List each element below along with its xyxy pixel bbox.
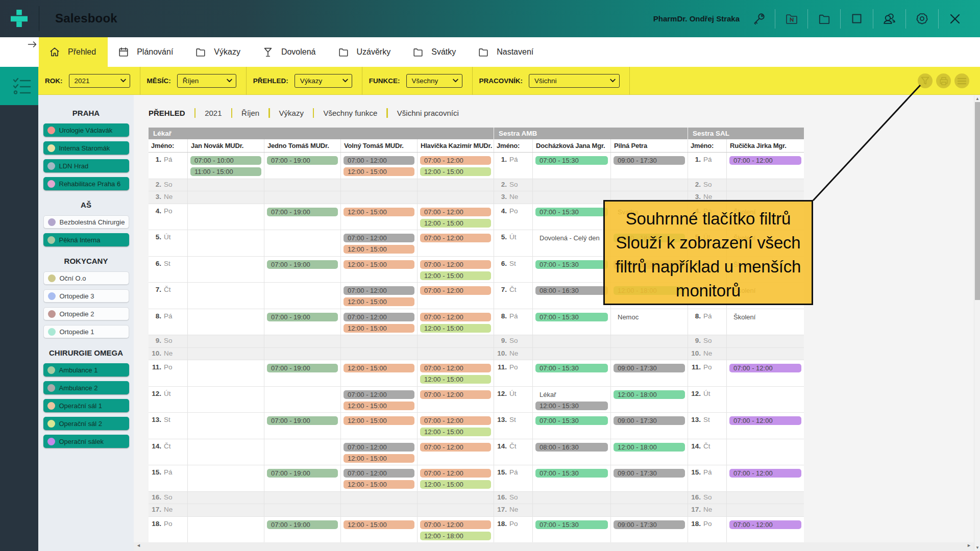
shift-pill[interactable]: 12:00 - 15:00 bbox=[344, 520, 414, 529]
shift-pill[interactable]: 07:00 - 19:00 bbox=[267, 416, 338, 425]
shift-cell[interactable]: 07:00 - 12:00 bbox=[726, 465, 804, 491]
shift-cell[interactable] bbox=[726, 504, 804, 516]
shift-pill[interactable]: 07:00 - 19:00 bbox=[267, 469, 338, 478]
shift-pill[interactable]: 12:00 - 15:00 bbox=[344, 167, 414, 176]
shift-cell[interactable]: 12:00 - 15:00 bbox=[340, 360, 417, 386]
shift-cell[interactable] bbox=[532, 191, 610, 204]
shift-cell[interactable] bbox=[417, 335, 494, 347]
sidebar-toggle-tile[interactable] bbox=[0, 67, 38, 105]
shift-cell[interactable] bbox=[417, 191, 494, 204]
shift-pill[interactable]: 12:00 - 15:00 bbox=[420, 324, 491, 333]
shift-cell[interactable] bbox=[610, 348, 688, 360]
scroll-right-arrow[interactable]: ► bbox=[967, 543, 971, 548]
shift-cell[interactable] bbox=[187, 439, 264, 465]
absence-note[interactable]: Dovolená - Celý den bbox=[535, 234, 608, 242]
shift-cell[interactable] bbox=[417, 179, 494, 191]
shift-cell[interactable]: 07:00 - 12:00 bbox=[417, 230, 494, 256]
shift-cell[interactable] bbox=[340, 348, 417, 360]
shift-cell[interactable]: 08:00 - 16:30 bbox=[532, 439, 610, 465]
shift-cell[interactable]: 07:00 - 12:0012:00 - 15:00 bbox=[417, 465, 494, 491]
shift-cell[interactable] bbox=[726, 348, 804, 360]
shift-cell[interactable]: 07:00 - 12:0012:00 - 15:00 bbox=[417, 204, 494, 230]
shift-pill[interactable]: 07:00 - 12:00 bbox=[344, 156, 414, 165]
shift-cell[interactable]: 07:00 - 12:00 bbox=[417, 439, 494, 465]
shift-pill[interactable]: 07:00 - 10:00 bbox=[190, 156, 261, 165]
shift-pill[interactable]: 12:00 - 15:00 bbox=[420, 480, 491, 489]
shift-pill[interactable]: 12:00 - 15:00 bbox=[420, 271, 491, 280]
shift-pill[interactable]: 09:00 - 17:30 bbox=[614, 364, 685, 372]
shift-cell[interactable] bbox=[264, 504, 340, 516]
shift-pill[interactable]: 12:00 - 18:00 bbox=[614, 390, 685, 399]
sidebar-item-rehabilitace-praha-6[interactable]: Rehabilitace Praha 6 bbox=[43, 177, 129, 190]
shift-cell[interactable] bbox=[610, 492, 688, 504]
sidebar-item-urologie-va-clava-k[interactable]: Urologie Václavák bbox=[43, 123, 129, 137]
shift-pill[interactable]: 07:00 - 12:00 bbox=[729, 364, 801, 372]
sidebar-expand-button[interactable] bbox=[28, 41, 39, 49]
shift-cell[interactable]: 12:00 - 15:00 bbox=[340, 413, 417, 439]
shift-cell[interactable]: 07:00 - 15:30 bbox=[532, 257, 610, 283]
shift-pill[interactable]: 12:00 - 15:00 bbox=[344, 480, 414, 489]
shift-cell[interactable]: 07:00 - 19:00 bbox=[264, 204, 340, 230]
shift-cell[interactable] bbox=[187, 283, 264, 309]
shift-cell[interactable]: 07:00 - 12:00 bbox=[726, 413, 804, 439]
shift-cell[interactable]: 07:00 - 12:00 bbox=[417, 283, 494, 309]
shift-cell[interactable]: 07:00 - 12:00 bbox=[726, 153, 804, 179]
shift-cell[interactable] bbox=[726, 439, 804, 465]
shift-cell[interactable] bbox=[187, 360, 264, 386]
shift-pill[interactable]: 07:00 - 12:00 bbox=[729, 520, 801, 529]
shift-cell[interactable]: 09:00 - 17:30 bbox=[610, 413, 688, 439]
shift-pill[interactable]: 07:00 - 15:30 bbox=[535, 364, 608, 372]
shift-cell[interactable]: 09:00 - 17:30 bbox=[610, 153, 688, 179]
shift-pill[interactable]: 07:00 - 19:00 bbox=[267, 156, 338, 165]
shift-pill[interactable]: 07:00 - 12:00 bbox=[420, 313, 491, 321]
shift-cell[interactable] bbox=[264, 230, 340, 256]
shift-pill[interactable]: 07:00 - 12:00 bbox=[420, 364, 491, 372]
sidebar-item-ambulance-2[interactable]: Ambulance 2 bbox=[43, 381, 129, 394]
shift-cell[interactable]: 07:00 - 12:0012:00 - 15:00 bbox=[417, 257, 494, 283]
scroll-left-arrow[interactable]: ◄ bbox=[136, 543, 141, 548]
shift-cell[interactable] bbox=[532, 348, 610, 360]
vertical-scrollbar[interactable]: ▲ ▼ bbox=[974, 95, 980, 551]
shift-pill[interactable]: 12:00 - 15:00 bbox=[420, 167, 491, 176]
shift-pill[interactable]: 07:00 - 12:00 bbox=[344, 286, 414, 295]
shift-pill[interactable]: 07:00 - 12:00 bbox=[420, 208, 491, 216]
vertical-scroll-thumb[interactable] bbox=[975, 102, 980, 300]
shift-cell[interactable]: 09:00 - 17:30 bbox=[610, 517, 688, 543]
filter-select-msc[interactable]: Říjen bbox=[177, 74, 236, 88]
shift-cell[interactable]: 12:00 - 18:00 bbox=[610, 439, 688, 465]
shift-pill[interactable]: 07:00 - 15:30 bbox=[535, 208, 608, 216]
shift-pill[interactable]: 07:00 - 19:00 bbox=[267, 260, 338, 269]
shift-cell[interactable] bbox=[610, 335, 688, 347]
shift-cell[interactable] bbox=[187, 257, 264, 283]
shift-cell[interactable]: 07:00 - 19:00 bbox=[264, 465, 340, 491]
shift-cell[interactable]: 07:00 - 15:30 bbox=[532, 153, 610, 179]
shift-pill[interactable]: 12:00 - 15:00 bbox=[344, 364, 414, 372]
shift-cell[interactable] bbox=[264, 348, 340, 360]
shift-cell[interactable]: Dovolená - Celý den bbox=[532, 230, 610, 256]
sidebar-item-interna-staroma-k[interactable]: Interna Staromák bbox=[43, 141, 129, 155]
shift-cell[interactable]: Nemoc bbox=[610, 309, 688, 335]
shift-pill[interactable]: 07:00 - 12:00 bbox=[729, 416, 801, 425]
shift-cell[interactable]: 07:00 - 12:0012:00 - 15:00 bbox=[340, 439, 417, 465]
filter-button[interactable] bbox=[918, 73, 933, 88]
sidebar-item-pe-kna-interna[interactable]: Pěkná Interna bbox=[43, 233, 129, 246]
tab-planovani[interactable]: Plánování bbox=[108, 37, 185, 67]
shift-cell[interactable]: 07:00 - 15:30 bbox=[532, 517, 610, 543]
tab-nastaveni[interactable]: Nastavení bbox=[468, 37, 545, 67]
header-users-button[interactable] bbox=[873, 0, 905, 37]
shift-cell[interactable] bbox=[264, 335, 340, 347]
shift-cell[interactable]: 07:00 - 12:00 bbox=[417, 387, 494, 413]
shift-pill[interactable]: 07:00 - 15:30 bbox=[535, 313, 608, 321]
shift-pill[interactable]: 07:00 - 12:00 bbox=[344, 313, 414, 321]
shift-pill[interactable]: 07:00 - 12:00 bbox=[420, 416, 491, 425]
shift-cell[interactable] bbox=[264, 492, 340, 504]
shift-cell[interactable]: 07:00 - 12:0012:00 - 18:00 bbox=[417, 517, 494, 543]
filter-select-funkce[interactable]: Všechny bbox=[406, 74, 462, 88]
sidebar-item-ortopedie-1[interactable]: Ortopedie 1 bbox=[43, 325, 129, 338]
shift-cell[interactable]: 07:00 - 15:30 bbox=[532, 360, 610, 386]
shift-cell[interactable] bbox=[187, 309, 264, 335]
shift-cell[interactable] bbox=[532, 179, 610, 191]
shift-cell[interactable]: 07:00 - 12:0012:00 - 15:00 bbox=[417, 360, 494, 386]
header-folder-n-button[interactable] bbox=[775, 0, 807, 37]
shift-pill[interactable]: 12:00 - 15:00 bbox=[344, 245, 414, 254]
